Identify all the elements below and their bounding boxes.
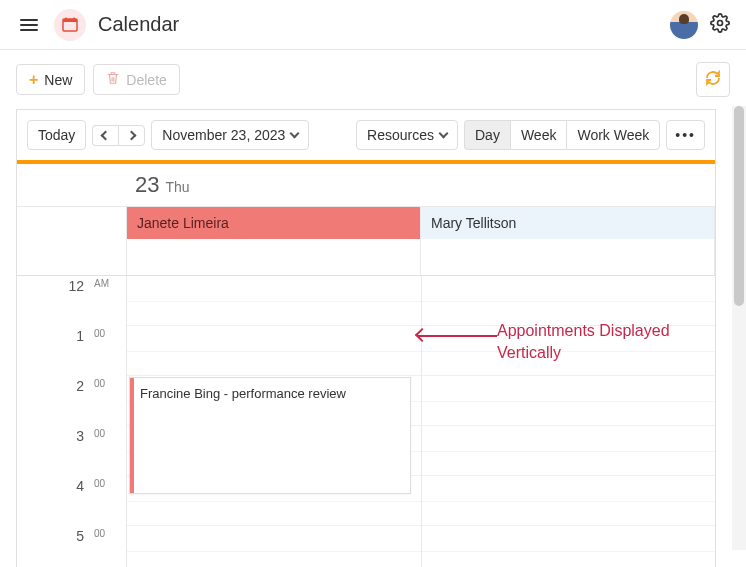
new-button-label: New — [44, 72, 72, 88]
date-label: November 23, 2023 — [162, 127, 285, 143]
date-header[interactable]: 23 Thu — [17, 164, 715, 207]
plus-icon: + — [29, 72, 38, 88]
toolbar-left: + New Delete — [16, 64, 180, 95]
refresh-button[interactable] — [696, 62, 730, 97]
prev-button[interactable] — [92, 125, 118, 146]
scheduler-toolbar-left: Today November 23, 2023 — [27, 120, 309, 150]
hour-label: 5 00 — [17, 526, 127, 567]
resources-label: Resources — [367, 127, 434, 143]
new-button[interactable]: + New — [16, 64, 85, 95]
time-slot[interactable] — [422, 426, 716, 476]
action-toolbar: + New Delete — [0, 50, 746, 109]
scheduler-toolbar-right: Resources Day Week Work Week ••• — [356, 120, 705, 150]
svg-rect-1 — [63, 19, 77, 22]
date-day: Thu — [165, 179, 189, 195]
all-day-cell-mary[interactable] — [421, 239, 715, 275]
nav-group — [92, 125, 145, 146]
chevron-down-icon — [439, 129, 449, 139]
scrollbar-thumb[interactable] — [734, 106, 744, 306]
delete-button-label: Delete — [126, 72, 166, 88]
resource-mary[interactable]: Mary Tellitson — [421, 207, 715, 239]
hamburger-menu-button[interactable] — [16, 15, 42, 35]
chevron-left-icon — [101, 130, 111, 140]
hour-label: 2 00 — [17, 376, 127, 426]
view-week[interactable]: Week — [510, 120, 567, 150]
topbar-right — [670, 11, 730, 39]
date-number: 23 — [135, 172, 159, 198]
time-gutter-header — [17, 207, 127, 239]
hour-label: 1 00 — [17, 326, 127, 376]
appointment-card[interactable]: Francine Bing - performance review — [129, 377, 411, 494]
time-slot[interactable] — [127, 276, 422, 326]
next-button[interactable] — [118, 125, 145, 146]
today-button[interactable]: Today — [27, 120, 86, 150]
app-title: Calendar — [98, 13, 179, 36]
svg-point-4 — [718, 21, 723, 26]
user-avatar[interactable] — [670, 11, 698, 39]
hour-row-12: 12 AM — [17, 276, 715, 326]
time-slot[interactable] — [422, 476, 716, 526]
appointment-title: Francine Bing - performance review — [140, 386, 346, 401]
trash-icon — [106, 71, 120, 88]
time-slot[interactable] — [422, 526, 716, 567]
hour-label: 4 00 — [17, 476, 127, 526]
view-day[interactable]: Day — [464, 120, 510, 150]
resource-header-row: Janete Limeira Mary Tellitson — [17, 207, 715, 239]
all-day-row — [17, 239, 715, 276]
chevron-right-icon — [127, 130, 137, 140]
top-bar: Calendar — [0, 0, 746, 50]
time-slot[interactable] — [127, 526, 422, 567]
chevron-down-icon — [290, 129, 300, 139]
time-slot[interactable] — [422, 276, 716, 326]
hour-row-5: 5 00 — [17, 526, 715, 567]
more-options-button[interactable]: ••• — [666, 120, 705, 150]
time-slot[interactable] — [127, 326, 422, 376]
calendar-app-icon — [54, 9, 86, 41]
hour-label: 12 AM — [17, 276, 127, 326]
resource-janete[interactable]: Janete Limeira — [127, 207, 421, 239]
vertical-scrollbar[interactable] — [732, 106, 746, 550]
all-day-cell-janete[interactable] — [127, 239, 421, 275]
hour-label: 3 00 — [17, 426, 127, 476]
all-day-gutter — [17, 239, 127, 275]
time-slot[interactable] — [422, 376, 716, 426]
delete-button[interactable]: Delete — [93, 64, 179, 95]
time-slot[interactable] — [422, 326, 716, 376]
view-work-week[interactable]: Work Week — [566, 120, 660, 150]
hour-row-1: 1 00 — [17, 326, 715, 376]
settings-gear-icon[interactable] — [710, 13, 730, 36]
topbar-left: Calendar — [16, 9, 179, 41]
scheduler: Today November 23, 2023 Resources Day W — [16, 109, 716, 567]
resources-dropdown[interactable]: Resources — [356, 120, 458, 150]
date-picker-button[interactable]: November 23, 2023 — [151, 120, 309, 150]
scheduler-container: Today November 23, 2023 Resources Day W — [16, 109, 746, 567]
scheduler-toolbar: Today November 23, 2023 Resources Day W — [17, 110, 715, 160]
view-switcher: Day Week Work Week — [464, 120, 660, 150]
time-grid: 12 AM 1 00 2 00 — [17, 276, 715, 567]
